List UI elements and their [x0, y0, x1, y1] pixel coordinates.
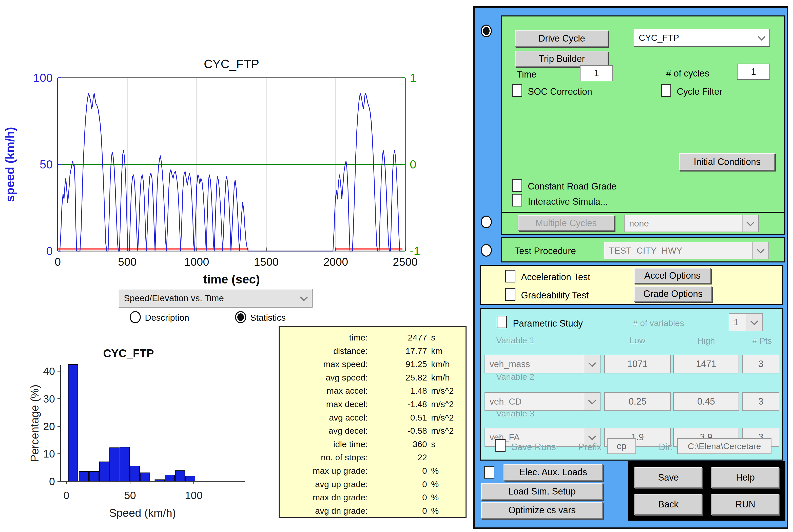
- stat-label: distance:: [279, 344, 368, 358]
- time-label: Time: [517, 69, 537, 80]
- stat-value: 2477: [372, 331, 427, 344]
- variable-1-dropdown[interactable]: veh_mass: [484, 355, 600, 374]
- y2-tick-label: -1: [410, 245, 420, 258]
- drive-cycle-button[interactable]: Drive Cycle: [515, 31, 608, 46]
- stat-unit: m/s^2: [431, 398, 465, 411]
- stat-unit: m/s^2: [431, 384, 465, 398]
- chevron-down-icon: [752, 242, 769, 259]
- accel-options-button[interactable]: Accel Options: [634, 268, 711, 284]
- variable-1-pts-field[interactable]: 3: [742, 355, 779, 374]
- variable-1-low-field[interactable]: 1071: [604, 355, 671, 374]
- stat-unit: m/s^2: [431, 411, 465, 424]
- plot-type-dropdown[interactable]: Speed/Elevation vs. Time: [118, 289, 312, 307]
- elec-aux-loads-button[interactable]: Elec. Aux. Loads: [503, 464, 603, 480]
- histogram-bar: [140, 473, 150, 481]
- optimize-cs-vars-button[interactable]: Optimize cs vars: [481, 502, 603, 518]
- test-procedure-dropdown[interactable]: TEST_CITY_HWY: [604, 242, 769, 260]
- num-cycles-label: # of cycles: [666, 68, 709, 79]
- multiple-cycles-radio[interactable]: [481, 215, 492, 228]
- variable-2-low-field[interactable]: 0.25: [604, 392, 671, 411]
- low-column-header: Low: [613, 336, 662, 345]
- trip-builder-button[interactable]: Trip Builder: [515, 51, 608, 67]
- acceleration-test-label: Acceleration Test: [521, 272, 590, 283]
- drive-cycle-chart: 0500100015002000250005010010-1CYC_FTPtim…: [0, 38, 443, 286]
- save-button[interactable]: Save: [635, 467, 702, 488]
- stat-value: 17.77: [372, 344, 427, 358]
- variable-2-dropdown[interactable]: veh_CD: [484, 392, 600, 411]
- variable-2-label: Variable 2: [496, 372, 535, 382]
- cycle-select-dropdown[interactable]: CYC_FTP: [634, 28, 770, 47]
- histogram-bar: [110, 448, 119, 481]
- stat-value: 0.51: [372, 411, 427, 424]
- chart-title: CYC_FTP: [103, 347, 154, 360]
- stat-value: 0: [372, 477, 427, 491]
- num-cycles-field[interactable]: 1: [737, 63, 770, 80]
- description-radio-label: Description: [145, 312, 189, 323]
- grade-options-button[interactable]: Grade Options: [634, 286, 712, 302]
- tests-section: Acceleration Test Accel Options Gradeabi…: [480, 265, 784, 305]
- stat-unit: s: [431, 437, 465, 451]
- parametric-study-checkbox[interactable]: [497, 316, 507, 328]
- test-procedure-section: Test Procedure TEST_CITY_HWY: [501, 237, 785, 263]
- acceleration-test-checkbox[interactable]: [505, 270, 516, 283]
- stat-label: avg accel:: [279, 411, 368, 424]
- cycle-filter-checkbox[interactable]: [661, 84, 671, 97]
- prefix-field[interactable]: cp: [607, 438, 636, 454]
- stat-value: 91.25: [372, 358, 427, 371]
- statistics-radio-label: Statistics: [250, 312, 286, 323]
- dir-field[interactable]: C:\Elena\Cercetare: [677, 438, 772, 454]
- multiple-cycles-dropdown[interactable]: none: [624, 215, 759, 232]
- y-axis-label: speed (km/h): [3, 127, 17, 202]
- x-tick-label: 0: [55, 255, 61, 268]
- action-buttons-frame: Save Help Back RUN: [628, 461, 786, 520]
- statistics-radio[interactable]: [235, 311, 246, 323]
- soc-correction-checkbox[interactable]: [512, 84, 522, 97]
- multiple-cycles-button[interactable]: Multiple Cycles: [518, 215, 615, 231]
- x-tick-label: 500: [118, 255, 136, 268]
- num-variables-dropdown[interactable]: 1: [729, 313, 762, 331]
- multiple-cycles-value: none: [624, 218, 742, 228]
- x-axis-label: Speed (km/h): [109, 507, 176, 519]
- histogram-bar: [79, 472, 89, 481]
- time-field[interactable]: 1: [580, 65, 613, 81]
- histogram-bar: [186, 476, 195, 481]
- stat-unit: %: [431, 504, 465, 517]
- gradeability-test-checkbox[interactable]: [505, 288, 516, 301]
- stat-label: max dn grade:: [279, 491, 368, 504]
- help-button[interactable]: Help: [712, 467, 779, 488]
- chevron-down-icon: [296, 289, 312, 307]
- gradeability-test-label: Gradeability Test: [521, 290, 588, 301]
- test-procedure-label: Test Procedure: [515, 246, 576, 256]
- load-sim-setup-button[interactable]: Load Sim. Setup: [481, 483, 603, 500]
- stat-label: idle time:: [279, 437, 368, 451]
- variable-2-high-field[interactable]: 0.45: [673, 392, 739, 411]
- test-procedure-radio[interactable]: [481, 244, 492, 256]
- stat-unit: %: [431, 464, 465, 477]
- stat-value: -0.58: [372, 424, 427, 437]
- save-runs-checkbox[interactable]: [496, 439, 505, 452]
- interactive-sim-label: Interactive Simula...: [528, 196, 608, 207]
- variable-2-pts-field[interactable]: 3: [742, 392, 779, 411]
- y-tick-label: 50: [40, 158, 53, 171]
- stat-value: 25.82: [372, 371, 427, 384]
- y2-tick-label: 1: [410, 71, 417, 84]
- speed-histogram-chart: 010203040050100CYC_FTPSpeed (km/h)Percen…: [0, 337, 266, 532]
- parametric-study-label: Parametric Study: [513, 318, 583, 329]
- constant-road-grade-label: Constant Road Grade: [528, 181, 617, 192]
- drive-cycle-radio[interactable]: [481, 24, 492, 37]
- stat-unit: m/s^2: [431, 424, 465, 437]
- initial-conditions-button[interactable]: Initial Conditions: [679, 153, 775, 171]
- elec-aux-loads-checkbox[interactable]: [484, 466, 495, 478]
- constant-road-grade-checkbox[interactable]: [512, 179, 522, 192]
- cycle-select-value: CYC_FTP: [634, 33, 754, 43]
- histogram-bar: [99, 462, 109, 481]
- run-button[interactable]: RUN: [712, 494, 779, 515]
- back-button[interactable]: Back: [635, 494, 702, 515]
- variable-1-high-field[interactable]: 1471: [673, 355, 739, 374]
- stat-unit: km: [431, 344, 465, 358]
- interactive-sim-checkbox[interactable]: [512, 194, 522, 207]
- description-radio[interactable]: [130, 311, 141, 323]
- y-tick-label: 100: [33, 71, 53, 84]
- histogram-bar: [130, 466, 140, 481]
- soc-correction-label: SOC Correction: [528, 87, 592, 97]
